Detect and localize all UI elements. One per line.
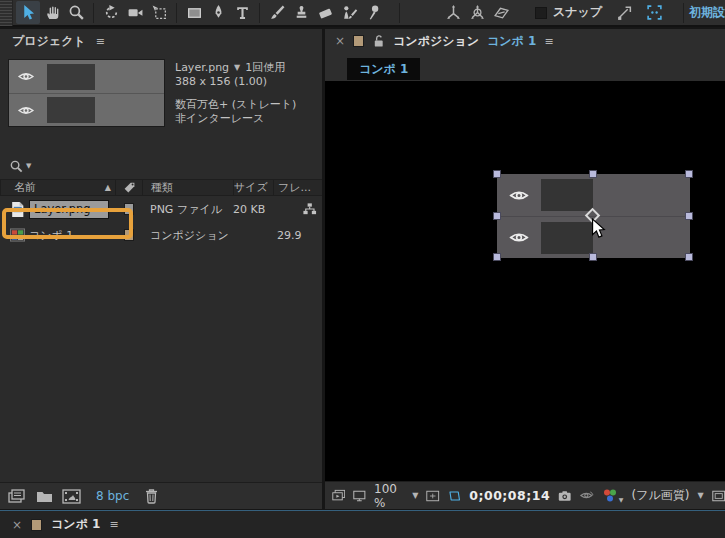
layer-thumbnail-placeholder [541, 179, 593, 211]
comp-color-swatch[interactable] [353, 35, 364, 47]
chevron-down-icon[interactable]: ▼ [234, 61, 240, 75]
snap-options-button[interactable] [612, 1, 636, 24]
new-composition-icon[interactable] [62, 489, 81, 504]
search-options-caret-icon[interactable]: ▼ [26, 163, 31, 170]
toolbar-separator [399, 3, 400, 23]
table-row-layer-png[interactable]: Layer.png PNG ファイル 20 KB [0, 196, 322, 222]
toolbar-separator [93, 3, 94, 23]
selection-handle-bottom-center[interactable] [589, 253, 597, 261]
rotate-tool-button[interactable] [99, 1, 123, 24]
comp-color-swatch[interactable] [31, 519, 42, 531]
timeline-panel-tab-bar: × コンポ 1 ≡ [0, 510, 725, 538]
item-size: 20 KB [233, 196, 273, 222]
interpret-footage-icon[interactable] [8, 489, 27, 504]
comp-viewer-tab[interactable]: コンポ 1 [347, 58, 420, 80]
view-axis-mode-button[interactable] [489, 1, 513, 24]
pen-tool-button[interactable] [206, 1, 230, 24]
column-header-size[interactable]: サイズ [233, 180, 273, 195]
pan-behind-tool-button[interactable] [147, 1, 171, 24]
table-row-comp-1[interactable]: コンポ 1 コンポジション 29.9 [0, 222, 322, 248]
selection-tool-button[interactable] [16, 1, 40, 24]
label-color-swatch[interactable] [124, 203, 134, 215]
timeline-tab-label[interactable]: コンポ 1 [51, 516, 100, 533]
active-comp-name[interactable]: コンポ 1 [487, 33, 536, 50]
eye-icon [9, 105, 43, 116]
world-axis-mode-button[interactable] [465, 1, 489, 24]
local-axis-mode-button[interactable] [441, 1, 465, 24]
thumbnail-row [9, 60, 164, 93]
bit-depth-button[interactable]: 8 bpc [96, 489, 129, 503]
column-header-frame[interactable]: フレ... [273, 180, 322, 195]
magnification-value[interactable]: 100 % [374, 482, 404, 510]
composition-item-name[interactable]: コンポ 1 [29, 228, 73, 243]
footage-item-name[interactable]: Layer.png [29, 200, 109, 219]
selection-handle-bottom-left[interactable] [493, 253, 501, 261]
label-tag-icon [123, 181, 136, 194]
brush-tool-button[interactable] [265, 1, 289, 24]
region-of-interest-icon[interactable] [712, 489, 725, 503]
zoom-tool-button[interactable] [64, 1, 88, 24]
column-header-type[interactable]: 種類 [142, 180, 233, 195]
thumbnail-placeholder [47, 64, 95, 90]
roto-brush-tool-button[interactable] [337, 1, 361, 24]
channel-settings-button[interactable]: ▼ [602, 488, 624, 503]
close-panel-icon[interactable]: × [12, 518, 22, 532]
magnification-caret-icon[interactable]: ▼ [412, 491, 418, 500]
snap-checkbox[interactable] [535, 7, 547, 19]
panel-menu-icon[interactable]: ≡ [96, 36, 105, 47]
unlock-icon[interactable] [372, 34, 385, 48]
hand-tool-button[interactable] [40, 1, 64, 24]
main-viewer-icon[interactable] [353, 489, 366, 503]
rectangle-tool-button[interactable] [182, 1, 206, 24]
current-timecode[interactable]: 0;00;08;14 [469, 488, 550, 503]
hand-icon [44, 4, 61, 21]
composition-viewer[interactable] [325, 81, 725, 481]
selection-handle-mid-left[interactable] [493, 212, 501, 220]
footage-thumbnail[interactable] [8, 59, 165, 127]
panel-menu-icon[interactable]: ≡ [544, 36, 553, 47]
selection-handle-bottom-right[interactable] [685, 253, 693, 261]
new-folder-icon[interactable] [36, 489, 53, 503]
rgb-channels-icon [602, 488, 618, 503]
show-snapshot-icon[interactable] [580, 489, 594, 502]
camera-tool-button[interactable] [123, 1, 147, 24]
workspace-switcher[interactable]: 初期設 [678, 3, 725, 23]
column-header-name[interactable]: 名前 ▲ [0, 180, 115, 195]
footage-dimensions: 388 x 156 (1.00) [175, 75, 296, 89]
safe-areas-icon[interactable] [426, 489, 439, 503]
mask-visibility-icon[interactable] [448, 489, 461, 503]
composition-item-icon [10, 228, 25, 242]
selection-handle-top-center[interactable] [589, 170, 597, 178]
toolbar-grip[interactable] [0, 0, 13, 26]
column-header-label[interactable] [115, 180, 142, 195]
project-panel-footer: 8 bpc [0, 482, 322, 509]
eraser-tool-button[interactable] [313, 1, 337, 24]
toolbar-separator [683, 3, 684, 23]
resolution-caret-icon[interactable]: ▼ [697, 491, 703, 500]
resolution-value[interactable]: (フル画質) [631, 487, 689, 504]
always-preview-icon[interactable] [332, 488, 345, 503]
toolbar-separator [176, 3, 177, 23]
selection-handle-top-right[interactable] [685, 170, 693, 178]
panel-menu-icon[interactable]: ≡ [109, 519, 118, 530]
selected-layer[interactable] [497, 174, 690, 258]
snapshot-camera-icon[interactable] [558, 489, 571, 503]
trash-icon[interactable] [144, 488, 159, 504]
puppet-pin-tool-button[interactable] [361, 1, 385, 24]
workspace-label: 初期設 [689, 4, 725, 21]
selection-handle-mid-right[interactable] [685, 212, 693, 220]
thumbnail-row [9, 93, 164, 126]
item-frame-rate: 29.9 [273, 222, 322, 248]
footage-color-depth: 数百万色+ (ストレート) [175, 98, 296, 112]
rotate-icon [103, 4, 120, 21]
main-toolbar: スナップ 初期設 [0, 0, 725, 27]
selection-handle-top-left[interactable] [493, 170, 501, 178]
footage-usage: 1回使用 [245, 61, 285, 75]
footage-preview: Layer.png ▼ 1回使用 388 x 156 (1.00) 数百万色+ … [0, 57, 322, 131]
clone-stamp-tool-button[interactable] [289, 1, 313, 24]
close-panel-icon[interactable]: × [335, 34, 345, 48]
project-search[interactable]: ▼ [0, 153, 322, 179]
snap-to-feature-button[interactable] [642, 1, 666, 24]
label-color-swatch[interactable] [124, 229, 134, 241]
type-tool-button[interactable] [230, 1, 254, 24]
